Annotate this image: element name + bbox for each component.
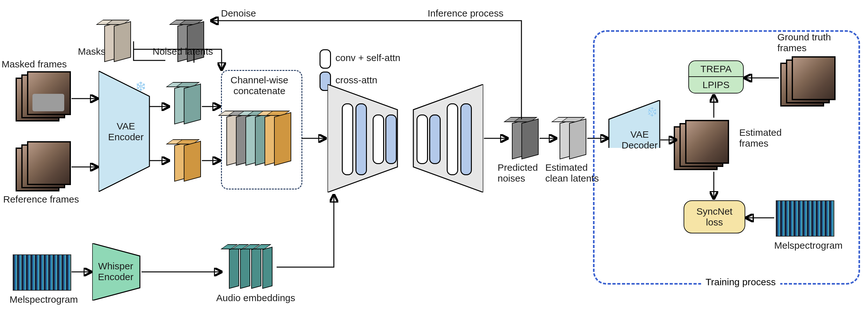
channel-concat-label: Channel-wise concatenate — [230, 75, 288, 96]
noised-latents-label: Noised latents — [153, 46, 213, 57]
mel-right-label: Melspectrogram — [774, 240, 843, 251]
estimated-frames-label: Estimated frames — [739, 127, 781, 149]
legend-cross-label: cross-attn — [335, 75, 377, 86]
syncnet-box: SyncNet loss — [684, 200, 745, 234]
architecture-diagram: Masked frames Reference frames Melspectr… — [0, 0, 868, 311]
denoise-label: Denoise — [221, 8, 256, 19]
masks-label: Masks — [78, 46, 105, 57]
masked-frames-label: Masked frames — [2, 59, 67, 70]
syncnet-label: SyncNet loss — [696, 206, 732, 228]
mel-left — [13, 254, 71, 291]
legend-conv-label: conv + self-attn — [335, 53, 400, 63]
ground-truth-label: Ground truth frames — [777, 32, 831, 54]
inference-process-label: Inference process — [428, 8, 503, 19]
predicted-noises-label: Predicted noises — [498, 162, 538, 184]
lpips-label: LPIPS — [702, 80, 730, 90]
mel-right — [776, 200, 834, 237]
vae-encoder-label: VAE Encoder — [108, 121, 144, 143]
reference-frames-label: Reference frames — [3, 194, 79, 205]
lpips-box: LPIPS — [688, 76, 744, 93]
freeze-icon-vae-enc: ❄️ — [135, 81, 146, 92]
legend-conv-icon — [319, 49, 331, 69]
training-process-label: Training process — [701, 277, 780, 287]
trepa-box: TREPA — [688, 60, 744, 77]
freeze-icon-vae-dec: ❄️ — [646, 106, 657, 117]
mel-left-label: Melspectrogram — [9, 294, 78, 305]
trepa-label: TREPA — [701, 64, 732, 74]
audio-embeddings-label: Audio embeddings — [216, 292, 296, 303]
estimated-clean-label: Estimated clean latents — [545, 162, 599, 184]
whisper-encoder-label: Whisper Encoder — [98, 261, 133, 282]
vae-decoder-label: VAE Decoder — [622, 129, 657, 151]
